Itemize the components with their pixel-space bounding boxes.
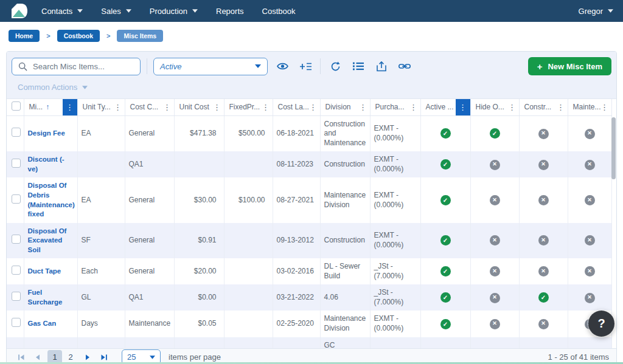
nav-item-contacts[interactable]: Contacts — [41, 7, 83, 16]
table-row: Duct TapeEachGeneral$20.0003-02-2016DL -… — [7, 258, 611, 284]
user-menu[interactable]: Gregor — [579, 7, 613, 16]
nav-item-costbook[interactable]: Costbook — [262, 7, 296, 16]
help-button[interactable]: ? — [588, 311, 614, 337]
check-circle-icon — [440, 319, 451, 329]
hide-cell — [470, 337, 519, 348]
construction-cell — [519, 116, 568, 152]
item-name-cell: Gees Misc Item — [24, 337, 77, 348]
column-menu-button[interactable]: ⋮ — [63, 99, 77, 115]
item-link[interactable]: Disposal Of Excavated Soil — [28, 227, 74, 255]
column-menu-button[interactable]: ⋮ — [212, 103, 222, 112]
row-checkbox[interactable] — [12, 292, 21, 301]
column-menu-button[interactable]: ⋮ — [358, 103, 368, 112]
item-name-cell: Fuel Surcharge — [24, 284, 77, 311]
column-header-mi[interactable]: Mi...↑⋮ — [24, 99, 77, 115]
column-menu-button[interactable]: ⋮ — [507, 103, 517, 112]
table-row: Design FeeEAGeneral$471.38$500.0006-18-2… — [7, 116, 611, 152]
user-name: Gregor — [579, 7, 603, 16]
row-checkbox[interactable] — [12, 194, 21, 204]
export-button[interactable] — [373, 58, 390, 75]
copy-link-button[interactable] — [396, 58, 413, 75]
cost-code-cell: Maintenance — [125, 311, 174, 337]
cost-last-updated-cell: 09-13-2012 — [273, 223, 320, 259]
column-menu-button[interactable]: ⋮ — [409, 103, 419, 112]
item-name-cell: Discount (-ve) — [24, 151, 77, 177]
division-cell: Construction — [320, 223, 370, 259]
chevron-down-icon — [126, 9, 131, 13]
chevron-down-icon — [608, 9, 613, 13]
unit-type-cell: EA — [77, 177, 125, 222]
refresh-button[interactable] — [327, 58, 344, 75]
purchase-tax-cell: EXMT - (0.000%) — [370, 116, 420, 152]
column-menu-button[interactable]: ⋮ — [162, 103, 172, 112]
breadcrumb-misc-items[interactable]: Misc Items — [117, 30, 163, 42]
link-icon — [399, 63, 411, 70]
hide-cell — [470, 177, 519, 222]
column-header-cost-la[interactable]: Cost La...⋮ — [273, 99, 320, 115]
search-input[interactable] — [33, 62, 134, 71]
item-link[interactable]: Design Fee — [28, 129, 74, 139]
row-checkbox[interactable] — [12, 318, 21, 327]
column-header-constr[interactable]: Constr...⋮ — [519, 99, 568, 115]
row-checkbox-cell — [7, 151, 24, 177]
column-header-mainte[interactable]: Mainte...⋮ — [568, 99, 611, 115]
fixed-price-cell: $100.00 — [224, 177, 273, 222]
column-header-hide-o[interactable]: Hide O...⋮ — [470, 99, 519, 115]
first-page-icon — [18, 354, 25, 361]
fixed-price-cell — [224, 284, 273, 311]
column-header-division[interactable]: Division⋮ — [320, 99, 370, 115]
status-filter-dropdown[interactable]: Active — [153, 58, 268, 75]
column-header-fixedpr[interactable]: FixedPr...⋮ — [224, 99, 273, 115]
column-menu-button[interactable]: ⋮ — [456, 99, 470, 115]
cost-last-updated-cell: 03-21-2022 — [273, 284, 320, 311]
item-link[interactable]: Duct Tape — [28, 267, 74, 276]
hide-cell — [470, 258, 519, 284]
select-all-checkbox[interactable] — [12, 101, 21, 111]
app-logo-icon[interactable] — [10, 3, 28, 19]
table-scrollbar[interactable] — [611, 117, 616, 346]
item-link[interactable]: Gas Can — [28, 319, 74, 329]
active-cell — [420, 258, 470, 284]
unit-cost-cell: $30.00 — [174, 177, 224, 222]
scrollbar-thumb[interactable] — [611, 117, 616, 179]
row-checkbox[interactable] — [12, 159, 21, 168]
column-menu-button[interactable]: ⋮ — [261, 103, 271, 112]
item-link[interactable]: Disposal Of Debris (Maintenance) fixed — [28, 181, 74, 219]
row-checkbox[interactable] — [12, 235, 21, 244]
column-header-active[interactable]: Active ...⋮ — [420, 99, 470, 115]
toggle-visibility-button[interactable] — [274, 58, 291, 75]
column-menu-button[interactable]: ⋮ — [113, 103, 123, 112]
table-header: Mi...↑⋮Unit Ty...⋮Cost C...⋮Unit Cost⋮Fi… — [7, 99, 616, 116]
common-actions-dropdown[interactable]: Common Actions — [18, 83, 88, 92]
item-link[interactable]: Fuel Surcharge — [28, 288, 74, 307]
column-menu-button[interactable]: ⋮ — [600, 103, 610, 112]
nav-item-sales[interactable]: Sales — [101, 7, 131, 16]
division-cell: Maintenance Division — [320, 177, 370, 222]
column-header-unit-ty[interactable]: Unit Ty...⋮ — [77, 99, 125, 115]
new-misc-item-button[interactable]: + New Misc Item — [528, 57, 611, 75]
column-header-unit-cost[interactable]: Unit Cost⋮ — [174, 99, 224, 115]
status-filter-value: Active — [160, 62, 181, 71]
unit-cost-cell: $0.00 — [174, 284, 224, 311]
cross-circle-icon — [585, 195, 595, 205]
nav-item-production[interactable]: Production — [150, 7, 198, 16]
division-cell: Construction and Maintenance — [320, 116, 370, 152]
unit-type-cell: Days — [77, 311, 125, 337]
item-link[interactable]: Discount (-ve) — [28, 155, 74, 174]
column-header-cost-c[interactable]: Cost C...⋮ — [125, 99, 174, 115]
fixed-price-cell — [224, 258, 273, 284]
cost-code-cell: QA1 — [125, 284, 174, 311]
division-cell: GC Maintenance Only Division — [320, 337, 370, 348]
list-view-button[interactable] — [350, 58, 367, 75]
cross-circle-icon — [538, 235, 549, 246]
add-columns-button[interactable] — [297, 58, 314, 75]
row-checkbox[interactable] — [12, 128, 21, 137]
row-checkbox[interactable] — [12, 266, 21, 275]
breadcrumb-costbook[interactable]: Costbook — [57, 30, 100, 42]
nav-item-reports[interactable]: Reports — [216, 7, 244, 16]
breadcrumb-home[interactable]: Home — [9, 30, 40, 42]
column-header-purcha[interactable]: Purcha...⋮ — [370, 99, 420, 115]
column-menu-button[interactable]: ⋮ — [308, 103, 318, 112]
column-menu-button[interactable]: ⋮ — [556, 103, 566, 112]
cross-circle-icon — [490, 293, 500, 303]
